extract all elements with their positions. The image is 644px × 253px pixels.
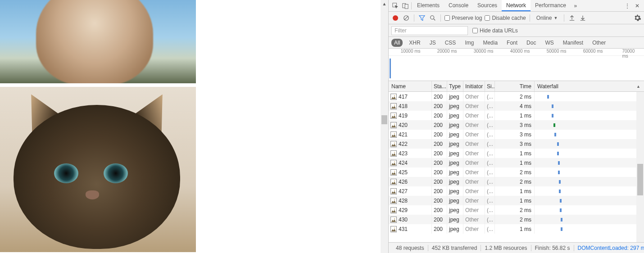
tab-network[interactable]: Network <box>502 0 531 11</box>
table-row[interactable]: 423200jpegOther(...1 ms <box>389 149 644 158</box>
page-scroll[interactable] <box>0 0 388 253</box>
col-name[interactable]: Name <box>389 81 432 91</box>
cell-initiator: Other <box>463 92 485 101</box>
scroll-up-icon[interactable]: ▲ <box>381 0 388 8</box>
tab-performance[interactable]: Performance <box>531 0 571 11</box>
table-row[interactable]: 427200jpegOther(...1 ms <box>389 186 644 196</box>
type-filter-other[interactable]: Other <box>590 39 608 47</box>
table-row[interactable]: 430200jpegOther(...2 ms <box>389 215 644 224</box>
disable-cache-input[interactable] <box>485 15 490 21</box>
table-row[interactable]: 421200jpegOther(...3 ms <box>389 130 644 139</box>
svg-point-21 <box>394 133 395 134</box>
table-row[interactable]: 420200jpegOther(...3 ms <box>389 120 644 130</box>
table-row[interactable]: 424200jpegOther(...1 ms <box>389 158 644 167</box>
table-row[interactable]: 417200jpegOther(...2 ms <box>389 92 644 101</box>
preserve-log-input[interactable] <box>444 15 450 21</box>
filter-input[interactable] <box>391 26 468 35</box>
table-row[interactable]: 418200jpegOther(...4 ms <box>389 101 644 111</box>
record-button[interactable] <box>391 14 399 22</box>
image-file-icon <box>390 207 397 213</box>
col-size[interactable]: Si... <box>485 81 495 91</box>
cell-type: jpeg <box>447 101 463 111</box>
devtools-close-icon[interactable]: ✕ <box>632 1 642 11</box>
cell-time: 2 ms <box>495 177 535 186</box>
timeline-tick: 20000 ms <box>437 49 457 54</box>
network-table: Name Sta... Type Initiator Si... Time Wa… <box>389 81 644 242</box>
svg-line-4 <box>404 16 408 20</box>
col-time[interactable]: Time <box>495 81 535 91</box>
cell-time: 2 ms <box>495 167 535 177</box>
scrollbar-thumb[interactable] <box>381 115 387 124</box>
table-body[interactable]: 417200jpegOther(...2 ms418200jpegOther(.… <box>389 92 644 242</box>
cell-name: 423 <box>389 149 432 158</box>
type-filter-font[interactable]: Font <box>504 39 520 47</box>
cell-initiator: Other <box>463 224 485 234</box>
table-row[interactable]: 422200jpegOther(...3 ms <box>389 139 644 149</box>
cell-initiator: Other <box>463 139 485 149</box>
cell-status: 200 <box>432 149 447 158</box>
table-row[interactable]: 426200jpegOther(...2 ms <box>389 177 644 186</box>
cell-waterfall <box>535 130 644 139</box>
clear-button[interactable] <box>402 14 410 22</box>
cell-initiator: Other <box>463 205 485 215</box>
page-scrollbar[interactable]: ▲ <box>381 0 388 253</box>
type-filter-all[interactable]: All <box>391 39 403 47</box>
devtools-menu-icon[interactable]: ⋮ <box>622 1 632 11</box>
settings-icon[interactable] <box>633 14 641 22</box>
content-image-top <box>0 0 196 83</box>
table-row[interactable]: 428200jpegOther(...1 ms <box>389 196 644 205</box>
timeline-tick: 60000 ms <box>583 49 603 54</box>
table-row[interactable]: 419200jpegOther(...1 ms <box>389 111 644 120</box>
svg-point-5 <box>431 15 434 19</box>
network-timeline[interactable]: 10000 ms20000 ms30000 ms40000 ms50000 ms… <box>389 49 644 81</box>
network-filter-bar: Hide data URLs <box>389 24 644 37</box>
cell-initiator: Other <box>463 186 485 196</box>
col-waterfall[interactable]: Waterfall ▲ <box>535 81 644 91</box>
cell-type: jpeg <box>447 196 463 205</box>
cell-size: (... <box>485 167 495 177</box>
cell-name: 419 <box>389 111 432 120</box>
type-filter-xhr[interactable]: XHR <box>406 39 423 47</box>
cell-status: 200 <box>432 205 447 215</box>
col-initiator[interactable]: Initiator <box>463 81 485 91</box>
throttling-select[interactable]: Online ▼ <box>534 15 561 21</box>
status-dcl: DOMContentLoaded: 297 m <box>574 245 644 251</box>
preserve-log-checkbox[interactable]: Preserve log <box>444 15 482 21</box>
tab-elements[interactable]: Elements <box>413 0 444 11</box>
type-filter-js[interactable]: JS <box>427 39 439 47</box>
hide-data-urls-input[interactable] <box>472 28 478 33</box>
table-header[interactable]: Name Sta... Type Initiator Si... Time Wa… <box>389 81 644 92</box>
filter-toggle-icon[interactable] <box>418 14 426 22</box>
disable-cache-checkbox[interactable]: Disable cache <box>485 15 526 21</box>
tab-sources[interactable]: Sources <box>473 0 502 11</box>
type-filter-ws[interactable]: WS <box>542 39 556 47</box>
cell-name: 430 <box>389 215 432 224</box>
col-status[interactable]: Sta... <box>432 81 447 91</box>
table-row[interactable]: 425200jpegOther(...2 ms <box>389 167 644 177</box>
table-scrollbar-thumb[interactable] <box>637 164 643 195</box>
export-har-icon[interactable] <box>579 14 587 22</box>
status-requests: 48 requests <box>392 245 428 251</box>
image-file-icon <box>390 169 397 176</box>
table-row[interactable]: 431200jpegOther(...1 ms <box>389 224 644 234</box>
type-filter-media[interactable]: Media <box>480 39 500 47</box>
table-row[interactable]: 429200jpegOther(...2 ms <box>389 205 644 215</box>
more-tabs-icon[interactable]: » <box>571 1 581 11</box>
inspect-icon[interactable] <box>390 1 400 11</box>
svg-point-15 <box>394 114 395 115</box>
cell-size: (... <box>485 149 495 158</box>
svg-point-30 <box>394 161 395 162</box>
timeline-body[interactable] <box>389 56 644 81</box>
search-icon[interactable] <box>429 14 437 22</box>
type-filter-manifest[interactable]: Manifest <box>560 39 586 47</box>
hide-data-urls-checkbox[interactable]: Hide data URLs <box>472 27 518 34</box>
import-har-icon[interactable] <box>568 14 576 22</box>
tab-console[interactable]: Console <box>444 0 473 11</box>
col-type[interactable]: Type <box>447 81 463 91</box>
image-file-icon <box>390 141 397 147</box>
type-filter-css[interactable]: CSS <box>442 39 459 47</box>
type-filter-doc[interactable]: Doc <box>524 39 539 47</box>
table-scrollbar[interactable] <box>636 92 644 242</box>
type-filter-img[interactable]: Img <box>462 39 476 47</box>
device-toggle-icon[interactable] <box>400 1 410 11</box>
